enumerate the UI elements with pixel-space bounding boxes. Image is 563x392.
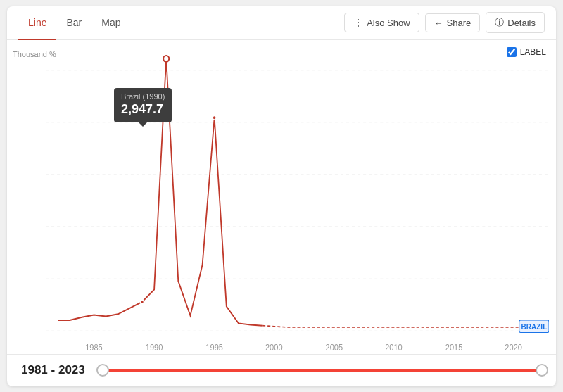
label-checkbox-text: LABEL: [520, 47, 546, 57]
share-icon: ←: [434, 18, 443, 28]
details-button[interactable]: ⓘ Details: [486, 12, 545, 33]
share-button[interactable]: ← Share: [425, 13, 481, 32]
svg-text:2010: 2010: [385, 343, 403, 351]
slider-fill: [103, 369, 542, 372]
label-checkbox-container[interactable]: LABEL: [507, 47, 546, 57]
details-label: Details: [507, 18, 536, 28]
data-dot: [213, 115, 216, 119]
share-label: Share: [447, 18, 472, 28]
svg-text:2005: 2005: [326, 343, 343, 351]
also-show-label: Also Show: [367, 18, 410, 28]
tab-map[interactable]: Map: [91, 7, 130, 40]
header-actions: ⋮ Also Show ← Share ⓘ Details: [344, 12, 545, 33]
svg-text:2015: 2015: [445, 343, 463, 351]
header: Line Bar Map ⋮ Also Show ← Share ⓘ Detai…: [7, 6, 556, 40]
svg-text:1985: 1985: [85, 343, 103, 351]
chart-area: Thousand % LABEL Brazil (1990) 2,947.7 0…: [7, 40, 556, 354]
also-show-icon: ⋮: [353, 17, 363, 28]
also-show-button[interactable]: ⋮ Also Show: [344, 13, 419, 32]
slider-track: [103, 369, 542, 372]
slider-thumb-right[interactable]: [536, 364, 548, 377]
chart-svg: 0.0 0.5 1.0 1.5 2.0 2.5 1985 1990 1995 2…: [46, 47, 549, 354]
svg-text:2000: 2000: [265, 343, 283, 351]
svg-text:2020: 2020: [505, 343, 522, 351]
svg-text:1995: 1995: [205, 343, 223, 351]
slider-thumb-left[interactable]: [96, 364, 109, 377]
svg-text:1990: 1990: [146, 343, 163, 351]
data-dot: [140, 300, 144, 303]
tab-line[interactable]: Line: [18, 7, 56, 40]
svg-text:BRAZIL: BRAZIL: [521, 322, 547, 330]
tab-bar-chart[interactable]: Bar: [56, 7, 91, 40]
timeline-slider[interactable]: [103, 369, 542, 372]
y-axis-label: Thousand %: [13, 50, 56, 58]
main-card: Line Bar Map ⋮ Also Show ← Share ⓘ Detai…: [7, 6, 556, 386]
tab-bar: Line Bar Map: [18, 6, 131, 39]
info-icon: ⓘ: [495, 16, 504, 29]
year-range: 1981 - 2023: [21, 363, 91, 377]
label-checkbox-input[interactable]: [507, 47, 517, 57]
bottom-bar: 1981 - 2023: [7, 354, 556, 386]
peak-dot: [163, 55, 169, 61]
